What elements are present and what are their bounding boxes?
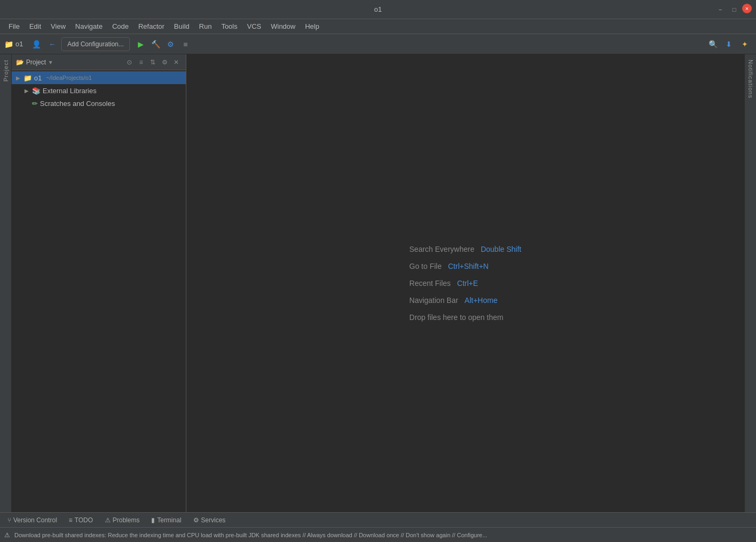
menu-item-vcs[interactable]: VCS [243,21,266,32]
tree-label-ext-libs: External Libraries [43,87,96,95]
debug-icon: ⚙ [167,40,174,48]
back-icon: ← [48,40,56,48]
hint-text: Go to File [409,262,442,270]
menu-bar: FileEditViewNavigateCodeRefactorBuildRun… [0,19,756,34]
account-button[interactable]: 👤 [29,37,43,51]
terminal-label: Terminal [157,516,181,524]
tree-item-scratches[interactable]: ▶ ✏ Scratches and Consoles [12,97,186,110]
tree-arrow-ext-libs: ▶ [24,88,30,94]
title-bar: o1 − □ × [0,0,756,19]
toolbar: 📁 o1 👤 ← Add Configuration... ▶ 🔨 ⚙ ■ 🔍 … [0,34,756,54]
hint-shortcut: Ctrl+Shift+N [448,262,488,270]
debug-button[interactable]: ⚙ [164,37,178,51]
panel-action-collapse-all[interactable]: ≡ [136,57,146,68]
run-icon: ▶ [138,40,144,48]
hint-text: Drop files here to open them [409,313,504,322]
menu-item-view[interactable]: View [46,21,70,32]
scratch-icon: ✏ [32,100,38,108]
panel-actions: ⊙ ≡ ⇅ ⚙ ✕ [124,57,182,68]
hint-row: Navigation BarAlt+Home [409,296,498,305]
plugin-icon-button[interactable]: ✦ [738,37,752,51]
todo-icon: ≡ [69,516,72,524]
editor-hints: Search EverywhereDouble ShiftGo to FileC… [409,245,521,322]
account-icon: 👤 [32,40,41,48]
menu-item-window[interactable]: Window [267,21,300,32]
project-panel: 📂 Project ▾ ⊙ ≡ ⇅ ⚙ ✕ ▶ 📁 o1 ~/IdeaProje… [12,54,186,512]
panel-action-hide[interactable]: ✕ [171,57,182,68]
menu-item-help[interactable]: Help [301,21,324,32]
tree-arrow-root: ▶ [16,75,21,81]
project-side-label: Project [3,60,9,81]
hint-text: Search Everywhere [409,245,474,253]
panel-action-expand[interactable]: ⇅ [147,57,158,68]
run-toolbar-group: ▶ 🔨 ⚙ ■ [134,37,193,51]
menu-item-navigate[interactable]: Navigate [71,21,106,32]
menu-item-run[interactable]: Run [195,21,216,32]
bottom-tabs: ⑂Version Control≡TODO⚠Problems▮Terminal⚙… [0,512,756,527]
hint-shortcut: Ctrl+E [457,279,478,288]
stop-button[interactable]: ■ [179,37,193,51]
search-icon: 🔍 [709,40,718,48]
project-panel-header: 📂 Project ▾ ⊙ ≡ ⇅ ⚙ ✕ [12,54,186,70]
services-icon: ⚙ [193,516,199,524]
notifications-side-label: Notifications [747,60,754,98]
hint-text: Recent Files [409,279,451,288]
tree-item-ext-libs[interactable]: ▶ 📚 External Libraries [12,84,186,97]
menu-item-refactor[interactable]: Refactor [134,21,169,32]
services-label: Services [201,516,226,524]
status-warning-icon: ⚠ [4,531,10,539]
panel-dropdown-icon[interactable]: ▾ [49,59,52,66]
run-button[interactable]: ▶ [134,37,148,51]
build-button[interactable]: 🔨 [149,37,163,51]
bottom-tab-problems[interactable]: ⚠Problems [100,515,145,525]
menu-item-file[interactable]: File [4,21,24,32]
tree-item-root[interactable]: ▶ 📁 o1 ~/IdeaProjects/o1 [12,71,186,84]
project-panel-title: 📂 Project ▾ [16,59,52,66]
menu-item-edit[interactable]: Edit [25,21,45,32]
lib-icon-ext-libs: 📚 [32,87,40,95]
terminal-icon: ▮ [151,516,155,524]
menu-item-code[interactable]: Code [108,21,133,32]
plugin-icon: ✦ [742,40,748,48]
project-side-tab[interactable]: Project [0,54,12,512]
search-everywhere-button[interactable]: 🔍 [706,37,720,51]
panel-title-label: Project [26,59,46,66]
menu-item-build[interactable]: Build [170,21,194,32]
version-control-label: Version Control [13,516,57,524]
hint-shortcut: Double Shift [481,245,521,253]
window-controls: − □ × [714,4,752,15]
tree-path-root: ~/IdeaProjects/o1 [46,75,92,81]
add-configuration-button[interactable]: Add Configuration... [61,37,129,51]
bottom-tab-services[interactable]: ⚙Services [188,515,231,525]
hint-row: Recent FilesCtrl+E [409,279,478,288]
panel-folder-icon: 📂 [16,59,24,66]
hint-row: Search EverywhereDouble Shift [409,245,521,253]
update-button[interactable]: ⬇ [722,37,736,51]
hint-row: Go to FileCtrl+Shift+N [409,262,489,270]
build-icon: 🔨 [151,40,160,48]
menu-item-tools[interactable]: Tools [217,21,242,32]
hint-text: Navigation Bar [409,296,458,305]
bottom-tab-version-control[interactable]: ⑂Version Control [2,515,62,525]
stop-icon: ■ [183,40,187,48]
editor-area: Search EverywhereDouble ShiftGo to FileC… [186,54,744,512]
notifications-side-tab[interactable]: Notifications [744,54,756,512]
back-button[interactable]: ← [45,37,59,51]
close-button[interactable]: × [742,4,752,13]
folder-icon-root: 📁 [23,74,32,82]
tree-label-root: o1 [34,74,42,82]
project-tree: ▶ 📁 o1 ~/IdeaProjects/o1 ▶ 📚 External Li… [12,70,186,512]
problems-icon: ⚠ [105,516,111,524]
bottom-tab-terminal[interactable]: ▮Terminal [146,515,186,525]
update-icon: ⬇ [726,40,732,48]
panel-action-settings[interactable]: ⚙ [159,57,170,68]
minimize-button[interactable]: − [714,4,726,15]
panel-action-locate[interactable]: ⊙ [124,57,135,68]
tree-label-scratches: Scratches and Consoles [40,100,115,108]
project-name: o1 [15,40,23,48]
bottom-tab-todo[interactable]: ≡TODO [63,515,98,525]
maximize-button[interactable]: □ [728,4,740,15]
window-title: o1 [374,5,382,13]
project-label: 📁 o1 [4,40,23,48]
todo-label: TODO [75,516,93,524]
